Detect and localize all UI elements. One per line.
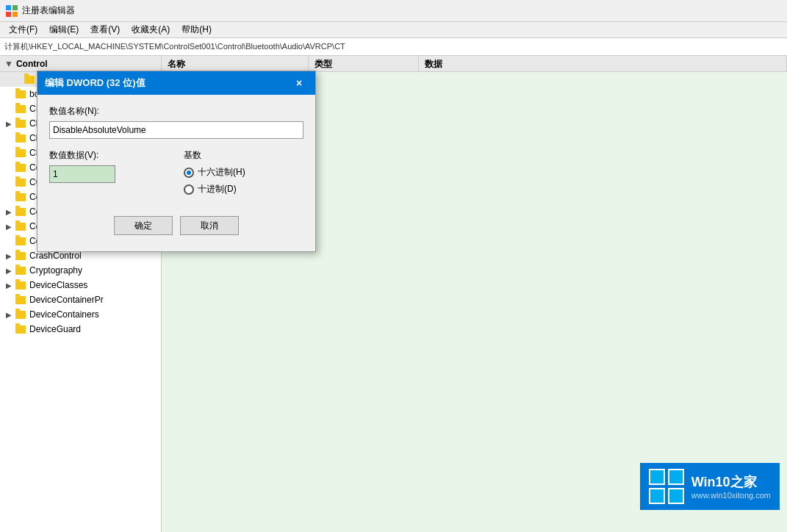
menu-bar: 文件(F) 编辑(E) 查看(V) 收藏夹(A) 帮助(H)	[0, 22, 787, 38]
radio-dec[interactable]: 十进制(D)	[184, 183, 303, 195]
svg-rect-0	[6, 5, 11, 10]
dialog-base-section: 基数 十六进制(H) 十进制(D)	[184, 149, 303, 200]
dialog-value-input[interactable]	[49, 165, 115, 183]
dialog-title: 编辑 DWORD (32 位)值	[45, 76, 145, 90]
dialog-value-label: 数值数据(V):	[49, 149, 169, 162]
radio-dec-circle[interactable]	[184, 184, 194, 195]
radio-hex-label: 十六进制(H)	[198, 166, 245, 179]
dialog-close-button[interactable]: ×	[290, 74, 308, 92]
dialog-name-label: 数值名称(N):	[49, 105, 303, 118]
title-bar: 注册表编辑器	[0, 0, 787, 22]
radio-dec-label: 十进制(D)	[198, 183, 237, 195]
radio-hex-circle[interactable]	[184, 168, 194, 178]
menu-help[interactable]: 帮助(H)	[176, 22, 218, 37]
dialog-base-title: 基数	[184, 149, 303, 162]
address-bar: 计算机\HKEY_LOCAL_MACHINE\SYSTEM\ControlSet…	[0, 38, 787, 56]
dialog-name-input[interactable]	[49, 121, 303, 139]
menu-view[interactable]: 查看(V)	[85, 22, 126, 37]
dialog-cancel-button[interactable]: 取消	[180, 216, 239, 235]
svg-rect-2	[6, 12, 11, 17]
dialog-value-section: 数值数据(V):	[49, 149, 169, 200]
dialog-titlebar: 编辑 DWORD (32 位)值 ×	[37, 71, 315, 95]
address-path: 计算机\HKEY_LOCAL_MACHINE\SYSTEM\ControlSet…	[4, 41, 345, 52]
app-title: 注册表编辑器	[22, 4, 75, 17]
dialog-row: 数值数据(V): 基数 十六进制(H) 十进制(D)	[49, 149, 303, 200]
dialog-body: 数值名称(N): 数值数据(V): 基数 十六进制(H)	[37, 95, 315, 251]
main-content: ▼ Control CT bootsafe CI ▶	[0, 56, 787, 532]
dialog-buttons: 确定 取消	[49, 210, 303, 241]
dialog-overlay: 编辑 DWORD (32 位)值 × 数值名称(N): 数值数据(V): 基数	[0, 56, 787, 532]
menu-favorites[interactable]: 收藏夹(A)	[126, 22, 176, 37]
menu-file[interactable]: 文件(F)	[3, 22, 43, 37]
dialog-ok-button[interactable]: 确定	[114, 216, 173, 235]
svg-rect-1	[12, 5, 18, 10]
svg-rect-3	[12, 12, 18, 17]
regedit-icon	[6, 5, 18, 17]
radio-hex[interactable]: 十六进制(H)	[184, 166, 303, 179]
dialog-dword: 编辑 DWORD (32 位)值 × 数值名称(N): 数值数据(V): 基数	[37, 71, 316, 252]
menu-edit[interactable]: 编辑(E)	[43, 22, 85, 37]
